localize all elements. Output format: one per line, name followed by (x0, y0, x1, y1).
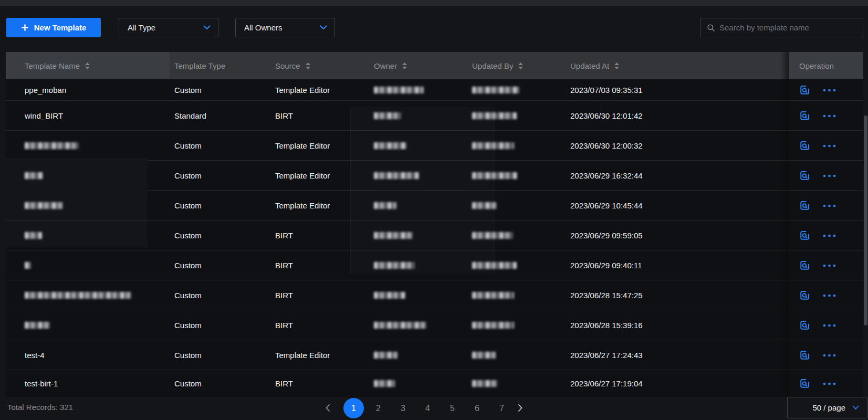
owner-filter-dropdown[interactable]: All Owners (235, 18, 335, 37)
column-header-source[interactable]: Source (270, 52, 369, 79)
cell-name: test-birt-1 (6, 370, 170, 397)
page-button-2[interactable]: 2 (368, 398, 389, 418)
cell-type: Custom (170, 161, 270, 191)
ellipsis-icon[interactable] (823, 382, 836, 385)
cell-type: Custom (170, 79, 270, 101)
sort-icon (614, 62, 620, 70)
file-search-icon[interactable] (799, 320, 810, 331)
file-search-icon[interactable] (799, 378, 810, 389)
page-button-1[interactable]: 1 (343, 398, 364, 418)
page-button-3[interactable]: 3 (393, 398, 414, 418)
cell-updated_by (467, 340, 566, 370)
type-filter-dropdown[interactable]: All Type (119, 18, 218, 37)
type-value: Custom (174, 321, 202, 330)
file-search-icon[interactable] (799, 230, 810, 241)
updated_at-value: 2023/07/03 09:35:31 (570, 86, 643, 94)
type-value: Custom (174, 201, 202, 210)
cell-source: Template Editor (270, 79, 369, 101)
page-button-6[interactable]: 6 (467, 398, 488, 418)
column-label: Owner (374, 61, 397, 70)
new-template-button[interactable]: New Template (6, 18, 101, 37)
ellipsis-icon[interactable] (823, 264, 836, 267)
type-value: Custom (174, 141, 202, 150)
cell-updated_at: 2023/06/30 12:00:32 (566, 131, 789, 161)
file-search-icon[interactable] (799, 110, 810, 121)
ellipsis-icon[interactable] (823, 234, 836, 237)
file-search-icon[interactable] (799, 85, 810, 96)
column-header-updated_by[interactable]: Updated By (467, 52, 566, 79)
name-redacted (25, 262, 31, 269)
updated_at-value: 2023/06/28 15:39:16 (570, 321, 643, 330)
cell-operation (789, 250, 863, 280)
updated_by-redacted (472, 262, 517, 269)
file-search-icon[interactable] (799, 260, 810, 271)
owner-redacted (374, 87, 424, 93)
search-input[interactable] (719, 23, 857, 32)
cell-operation (789, 101, 863, 131)
column-label: Operation (799, 61, 834, 70)
file-search-icon[interactable] (799, 170, 810, 181)
cell-source: Template Editor (270, 191, 369, 220)
column-header-name[interactable]: Template Name (6, 52, 170, 79)
file-search-icon[interactable] (799, 200, 810, 211)
type-value: Custom (174, 86, 202, 94)
table-row: CustomBIRT2023/06/29 09:59:05 (6, 220, 863, 250)
cell-source: BIRT (270, 310, 369, 340)
column-label: Source (275, 61, 300, 70)
page-size-select[interactable]: 50 / page (787, 397, 867, 418)
file-search-icon[interactable] (799, 290, 810, 301)
cell-updated_by (467, 280, 566, 310)
source-value: BIRT (275, 321, 293, 330)
sort-icon (402, 62, 407, 70)
cell-updated_at: 2023/06/29 16:32:44 (566, 161, 789, 191)
ellipsis-icon[interactable] (823, 324, 836, 327)
name-value: test-4 (25, 351, 45, 360)
page-button-4[interactable]: 4 (417, 398, 438, 418)
column-label: Template Type (174, 61, 225, 70)
file-search-icon[interactable] (799, 140, 810, 151)
ellipsis-icon[interactable] (823, 354, 836, 357)
cell-owner (369, 250, 467, 280)
updated_at-value: 2023/06/29 10:45:44 (570, 201, 643, 210)
column-header-updated_at[interactable]: Updated At (566, 52, 789, 79)
cell-source: BIRT (270, 250, 369, 280)
file-search-icon[interactable] (799, 350, 810, 361)
table-row: ppe_mobanCustomTemplate Editor2023/07/03… (6, 79, 863, 101)
owner-redacted (374, 352, 398, 359)
table-row: CustomTemplate Editor2023/06/29 10:45:44 (6, 191, 863, 220)
cell-operation (789, 79, 863, 101)
cell-name: test-4 (6, 340, 170, 370)
source-value: Template Editor (275, 171, 330, 180)
page-button-5[interactable]: 5 (442, 398, 463, 418)
source-value: BIRT (275, 261, 293, 270)
updated_at-value: 2023/06/29 16:32:44 (570, 171, 643, 180)
owner-redacted (374, 262, 415, 269)
owner-redacted (374, 232, 413, 239)
name-value: ppe_moban (25, 86, 66, 94)
column-label: Template Name (25, 61, 80, 70)
ellipsis-icon[interactable] (823, 174, 836, 177)
cell-type: Custom (170, 191, 270, 220)
cell-updated_at: 2023/07/03 09:35:31 (566, 79, 789, 101)
owner-redacted (374, 322, 426, 329)
ellipsis-icon[interactable] (823, 89, 836, 92)
ellipsis-icon[interactable] (823, 144, 836, 148)
ellipsis-icon[interactable] (823, 204, 836, 207)
cell-updated_at: 2023/06/28 15:39:16 (566, 310, 789, 340)
cell-type: Standard (170, 101, 270, 131)
name-redacted (25, 292, 131, 299)
prev-page-button[interactable] (321, 404, 334, 412)
cell-owner (369, 370, 467, 397)
table-scrollbar[interactable] (864, 116, 867, 326)
ellipsis-icon[interactable] (823, 114, 836, 118)
next-page-button[interactable] (514, 404, 527, 412)
cell-name (6, 161, 170, 191)
ellipsis-icon[interactable] (823, 294, 836, 297)
cell-owner (369, 310, 467, 340)
table-row: CustomBIRT2023/06/28 15:47:25 (6, 280, 863, 310)
updated_at-value: 2023/06/27 17:24:43 (570, 351, 643, 360)
updated_by-redacted (472, 232, 513, 239)
page-button-7[interactable]: 7 (491, 398, 513, 418)
source-value: Template Editor (275, 141, 330, 150)
column-header-owner[interactable]: Owner (369, 52, 467, 79)
